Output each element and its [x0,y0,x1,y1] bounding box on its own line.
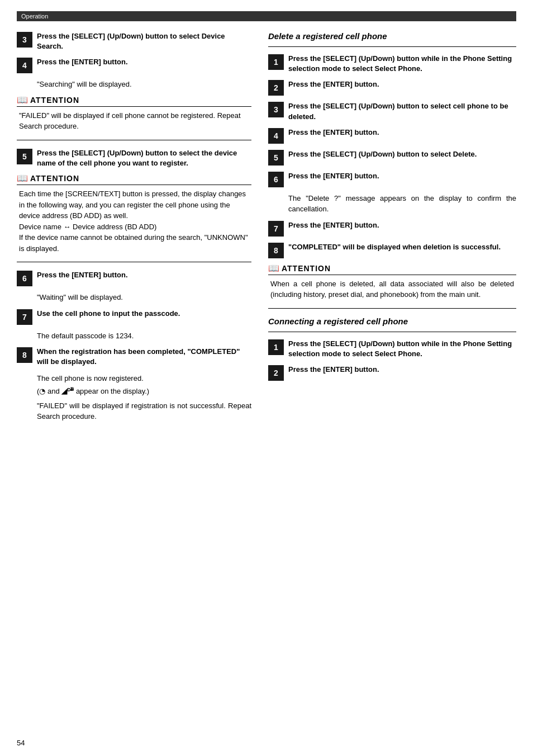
delete-step-2-text: Press the [ENTER] button. [288,79,516,89]
delete-step-5-row: 5 Press the [SELECT] (Up/Down) button to… [268,149,516,166]
attention-icon-delete: 📖 [268,264,279,273]
passcode-note: The default passcode is 1234. [37,330,251,342]
right-column: Delete a registered cell phone 1 Press t… [268,31,516,428]
delete-step-7-row: 7 Press the [ENTER] button. [268,220,516,237]
step-3-row: 3 Press the [SELECT] (Up/Down) button to… [17,31,251,51]
connecting-step-1-text: Press the [SELECT] (Up/Down) button whil… [288,339,516,359]
delete-step-6-text: Press the [ENTER] button. [288,171,516,181]
delete-step-8-text: "COMPLETED" will be displayed when delet… [288,242,516,252]
connecting-section-title: Connecting a registered cell phone [268,316,516,326]
delete-step-4-row: 4 Press the [ENTER] button. [268,127,516,144]
step-8-text: When the registration has been completed… [37,347,251,367]
connecting-step-2-row: 2 Press the [ENTER] button. [268,365,516,381]
connecting-step-1-num: 1 [268,339,284,355]
connecting-step-2-text: Press the [ENTER] button. [288,365,516,375]
attention-title-2: ATTENTION [30,174,79,183]
attention-body-2: Each time the [SCREEN/TEXT] button is pr… [17,188,251,254]
attention-icon-1: 📖 [17,96,28,105]
delete-step-8-num: 8 [268,243,284,258]
delete-section-title-container: Delete a registered cell phone [268,31,516,47]
delete-step-6-num: 6 [268,172,284,187]
page-number: 54 [17,739,25,747]
attention-block-2: 📖 ATTENTION Each time the [SCREEN/TEXT] … [17,174,251,254]
attention-title-1: ATTENTION [30,96,79,105]
step-3-number: 3 [17,32,32,48]
delete-step-5-text: Press the [SELECT] (Up/Down) button to s… [288,149,516,159]
attention-header-delete: 📖 ATTENTION [268,264,516,275]
header-bar: Operation [17,11,516,21]
delete-step-3-num: 3 [268,102,284,117]
delete-step-4-text: Press the [ENTER] button. [288,127,516,138]
connecting-step-2-num: 2 [268,365,284,381]
header-label: Operation [21,13,48,20]
step8-note-1: The cell phone is now registered. (◔ and… [37,373,251,422]
delete-step-5-num: 5 [268,150,284,166]
step-6-number: 6 [17,271,32,286]
two-column-layout: 3 Press the [SELECT] (Up/Down) button to… [17,31,516,428]
step-8-number: 8 [17,347,32,363]
delete-step-6-row: 6 Press the [ENTER] button. [268,171,516,187]
connecting-section-title-container: Connecting a registered cell phone [268,316,516,332]
step8-note-registered: The cell phone is now registered. [37,373,251,384]
step-5-text: Press the [SELECT] (Up/Down) button to s… [37,148,251,168]
attention-block-1: 📖 ATTENTION "FAILED" will be displayed i… [17,96,251,132]
delete-step-1-row: 1 Press the [SELECT] (Up/Down) button wh… [268,54,516,74]
step-5-number: 5 [17,149,32,164]
divider-1 [17,140,251,140]
delete-step-2-num: 2 [268,80,284,96]
connecting-step-1-row: 1 Press the [SELECT] (Up/Down) button wh… [268,339,516,359]
attention-header-1: 📖 ATTENTION [17,96,251,107]
delete-step-7-text: Press the [ENTER] button. [288,220,516,230]
attention-body-1: "FAILED" will be displayed if cell phone… [17,110,251,132]
attention-header-2: 📖 ATTENTION [17,174,251,185]
delete-step-4-num: 4 [268,128,284,144]
divider-right-1 [268,308,516,309]
divider-2 [17,262,251,262]
delete-section-title: Delete a registered cell phone [268,31,516,41]
delete-step6-note: The "Delete ?" message appears on the di… [288,193,516,215]
step-4-row: 4 Press the [ENTER] button. [17,57,251,73]
delete-step-3-row: 3 Press the [SELECT] (Up/Down) button to… [268,101,516,121]
page: Operation 3 Press the [SELECT] (Up/Down)… [0,0,533,756]
attention-title-delete: ATTENTION [282,264,331,273]
step8-note-failed: "FAILED" will be displayed if registrati… [37,400,251,422]
step-4-number: 4 [17,58,32,73]
step-7-row: 7 Use the cell phone to input the passco… [17,309,251,325]
step8-note-icons: (◔ and ◢ᴰᴯ appear on the display.) [37,386,251,397]
step-4-text: Press the [ENTER] button. [37,57,251,67]
delete-step-3-text: Press the [SELECT] (Up/Down) button to s… [288,101,516,121]
step-5-row: 5 Press the [SELECT] (Up/Down) button to… [17,148,251,168]
step-3-text: Press the [SELECT] (Up/Down) button to s… [37,31,251,51]
attention-block-delete: 📖 ATTENTION When a cell phone is deleted… [268,264,516,300]
step-7-text: Use the cell phone to input the passcode… [37,309,251,319]
searching-note: "Searching" will be displayed. [37,79,251,90]
step-6-text: Press the [ENTER] button. [37,270,251,280]
delete-step-2-row: 2 Press the [ENTER] button. [268,79,516,96]
step-7-number: 7 [17,309,32,325]
delete-step-8-row: 8 "COMPLETED" will be displayed when del… [268,242,516,258]
delete-step-1-text: Press the [SELECT] (Up/Down) button whil… [288,54,516,74]
step-6-row: 6 Press the [ENTER] button. [17,270,251,286]
waiting-note: "Waiting" will be displayed. [37,292,251,303]
delete-step-7-num: 7 [268,221,284,237]
left-column: 3 Press the [SELECT] (Up/Down) button to… [17,31,251,428]
attention-body-delete: When a cell phone is deleted, all data a… [268,278,516,300]
delete-step-1-num: 1 [268,54,284,70]
attention-icon-2: 📖 [17,174,28,183]
step-8-row: 8 When the registration has been complet… [17,347,251,367]
